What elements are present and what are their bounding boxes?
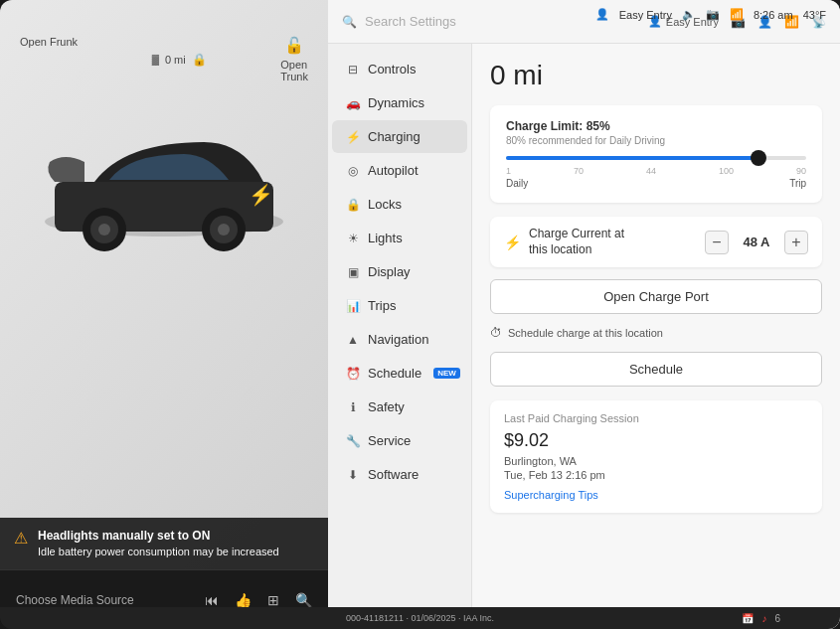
settings-body: ⊟ Controls 🚗 Dynamics ⚡ Charging ◎ Autop… bbox=[328, 44, 840, 629]
sidebar-item-service[interactable]: 🔧 Service bbox=[332, 424, 467, 457]
minus-icon: − bbox=[712, 234, 721, 251]
svg-point-4 bbox=[98, 224, 110, 236]
trips-icon: 📊 bbox=[346, 299, 360, 313]
controls-label: Controls bbox=[368, 62, 416, 77]
alert-banner: ⚠ Headlights manually set to ON Idle bat… bbox=[0, 518, 328, 569]
media-controls: ⏮ 👍 ⊞ 🔍 bbox=[205, 592, 312, 608]
search-button[interactable]: 🔍 bbox=[295, 592, 312, 608]
sidebar-item-display[interactable]: ▣ Display bbox=[332, 255, 467, 288]
autopilot-icon: ◎ bbox=[346, 164, 360, 178]
charge-slider-thumb[interactable] bbox=[751, 150, 766, 166]
last-session-card: Last Paid Charging Session $9.02 Burling… bbox=[490, 400, 822, 513]
time-display: 8:26 am bbox=[754, 9, 793, 21]
charging-label: Charging bbox=[368, 129, 420, 144]
main-content: 0 mi Charge Limit: 85% 80% recommended f… bbox=[472, 44, 840, 629]
slider-tick-labels: 1 70 44 100 90 bbox=[506, 166, 806, 176]
sidebar-item-charging[interactable]: ⚡ Charging bbox=[332, 120, 467, 153]
charge-decrease-button[interactable]: − bbox=[705, 231, 729, 254]
car-controls-top: Open Frunk ▓ 0 mi 🔒 🔓 OpenTrunk bbox=[0, 0, 328, 82]
plus-icon: + bbox=[791, 234, 800, 251]
music-icon[interactable]: ♪ bbox=[761, 613, 766, 624]
open-trunk-label: OpenTrunk bbox=[280, 59, 308, 82]
trunk-unlock-icon: 🔓 bbox=[284, 36, 304, 55]
charge-current-row: ⚡ Charge Current atthis location − 48 A … bbox=[490, 217, 822, 267]
service-label: Service bbox=[368, 433, 411, 448]
slider-label-70: 70 bbox=[574, 166, 584, 176]
charge-limit-section: Charge Limit: 85% 80% recommended for Da… bbox=[490, 105, 822, 203]
charge-current-controls: − 48 A + bbox=[705, 231, 808, 254]
last-session-date: Tue, Feb 13 2:16 pm bbox=[504, 469, 808, 481]
schedule-charge-label: Schedule charge at this location bbox=[508, 327, 663, 339]
sidebar-item-locks[interactable]: 🔒 Locks bbox=[332, 188, 467, 221]
sidebar-nav: ⊟ Controls 🚗 Dynamics ⚡ Charging ◎ Autop… bbox=[328, 44, 472, 629]
charge-current-value: 48 A bbox=[739, 235, 774, 249]
sidebar-item-safety[interactable]: ℹ Safety bbox=[332, 391, 467, 423]
wifi-top-icon: 📶 bbox=[730, 8, 744, 21]
dynamics-icon: 🚗 bbox=[346, 96, 360, 110]
car-display: ⚡ bbox=[25, 92, 303, 291]
safety-label: Safety bbox=[368, 399, 405, 414]
sidebar-item-software[interactable]: ⬇ Software bbox=[332, 458, 467, 491]
navigation-icon: ▲ bbox=[346, 333, 360, 347]
sidebar-item-dynamics[interactable]: 🚗 Dynamics bbox=[332, 86, 467, 119]
trips-label: Trips bbox=[368, 298, 396, 313]
range-display: 0 mi bbox=[490, 60, 822, 91]
play-prev-button[interactable]: ⏮ bbox=[205, 592, 219, 608]
equalizer-button[interactable]: ⊞ bbox=[267, 592, 279, 608]
left-panel: Open Frunk ▓ 0 mi 🔒 🔓 OpenTrunk bbox=[0, 0, 328, 569]
screen-bezel: Open Frunk ▓ 0 mi 🔒 🔓 OpenTrunk bbox=[0, 0, 840, 629]
schedule-new-badge: NEW bbox=[433, 368, 460, 379]
sidebar-item-lights[interactable]: ☀ Lights bbox=[332, 222, 467, 254]
locks-label: Locks bbox=[368, 197, 402, 212]
sidebar-item-autopilot[interactable]: ◎ Autopilot bbox=[332, 154, 467, 187]
display-label: Display bbox=[368, 264, 411, 279]
schedule-button[interactable]: Schedule bbox=[490, 352, 822, 387]
open-trunk-button[interactable]: 🔓 OpenTrunk bbox=[280, 36, 308, 82]
slider-label-90: 90 bbox=[796, 166, 806, 176]
last-session-location: Burlington, WA bbox=[504, 455, 808, 467]
camera-top-icon: 📷 bbox=[706, 8, 720, 21]
alert-icon: ⚠ bbox=[14, 529, 28, 548]
charge-increase-button[interactable]: + bbox=[784, 231, 808, 254]
charge-current-icon: ⚡ bbox=[504, 235, 521, 250]
last-session-title: Last Paid Charging Session bbox=[504, 412, 808, 424]
schedule-charge-link[interactable]: ⏱ Schedule charge at this location bbox=[490, 326, 822, 340]
daily-label: Daily bbox=[506, 178, 528, 189]
charging-icon: ⚡ bbox=[346, 130, 360, 144]
lights-label: Lights bbox=[368, 231, 403, 245]
autopilot-label: Autopilot bbox=[368, 163, 419, 178]
lights-icon: ☀ bbox=[346, 232, 360, 245]
navigation-label: Navigation bbox=[368, 332, 428, 347]
sound-icon: 🔈 bbox=[682, 8, 696, 21]
thumbs-up-button[interactable]: 👍 bbox=[235, 592, 252, 608]
open-charge-port-button[interactable]: Open Charge Port bbox=[490, 279, 822, 314]
dynamics-label: Dynamics bbox=[368, 95, 424, 110]
open-frunk-button[interactable]: Open Frunk bbox=[20, 36, 78, 82]
settings-header: 🔍 Search Settings 👤 Easy Entry 📷 👤 📶 📡 bbox=[328, 0, 840, 44]
controls-icon: ⊟ bbox=[346, 63, 360, 77]
slider-label-44: 44 bbox=[646, 166, 656, 176]
taskbar-icons: 📅 ♪ 6 bbox=[742, 607, 780, 629]
calendar-icon[interactable]: 📅 bbox=[742, 613, 754, 624]
sidebar-item-controls[interactable]: ⊟ Controls bbox=[332, 53, 467, 85]
sidebar-item-schedule[interactable]: ⏰ Schedule NEW bbox=[332, 357, 467, 390]
app-number-icon[interactable]: 6 bbox=[774, 613, 780, 624]
car-image-area: ⚡ bbox=[0, 92, 328, 291]
supercharging-tips-link[interactable]: Supercharging Tips bbox=[504, 489, 808, 501]
bottom-info-text: 000-41181211 · 01/06/2025 · IAA Inc. bbox=[346, 613, 494, 623]
locks-icon: 🔒 bbox=[346, 198, 360, 212]
last-session-amount: $9.02 bbox=[504, 430, 808, 451]
display-icon: ▣ bbox=[346, 265, 360, 279]
sidebar-item-trips[interactable]: 📊 Trips bbox=[332, 289, 467, 322]
svg-text:⚡: ⚡ bbox=[249, 183, 273, 207]
battery-icon: ▓ bbox=[152, 54, 159, 65]
charge-limit-sublabel: 80% recommended for Daily Driving bbox=[506, 135, 806, 146]
sidebar-item-navigation[interactable]: ▲ Navigation bbox=[332, 323, 467, 356]
range-top: 0 mi bbox=[165, 54, 186, 66]
charge-slider-track[interactable] bbox=[506, 156, 806, 160]
schedule-label: Schedule bbox=[368, 366, 421, 381]
service-icon: 🔧 bbox=[346, 434, 360, 448]
safety-icon: ℹ bbox=[346, 400, 360, 414]
top-easy-entry: 👤 Easy Entry 🔈 📷 📶 8:26 am 43°F bbox=[595, 8, 826, 21]
software-icon: ⬇ bbox=[346, 468, 360, 482]
